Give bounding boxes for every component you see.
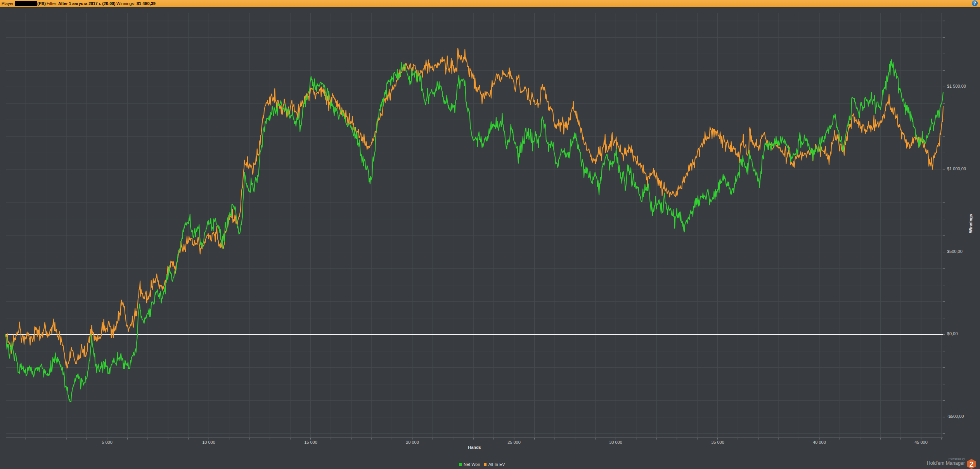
svg-text:2: 2 xyxy=(970,460,974,468)
